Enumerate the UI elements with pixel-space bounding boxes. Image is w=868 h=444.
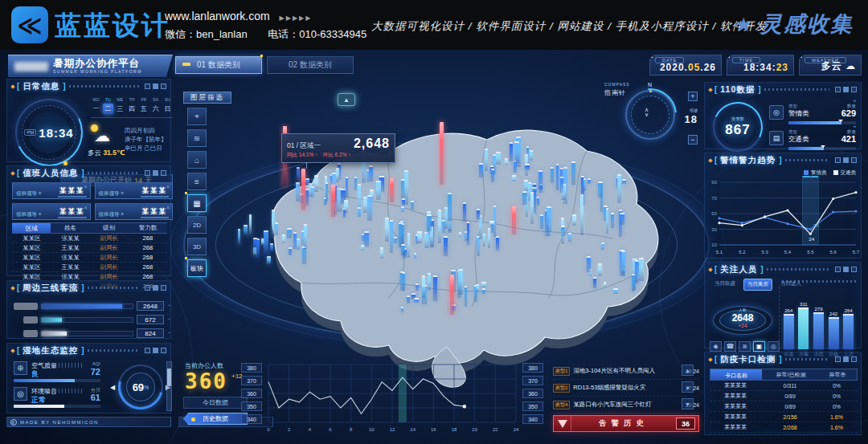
week-day[interactable]: WE三 xyxy=(115,97,125,114)
inspiration-collect[interactable]: ★灵感收集 xyxy=(735,10,854,39)
week-day[interactable]: SA六 xyxy=(150,97,161,114)
minimize-icon[interactable] xyxy=(145,170,150,176)
map-bar xyxy=(380,247,383,259)
map-marker-icon[interactable]: ▴ xyxy=(338,93,355,106)
expand-icon[interactable] xyxy=(161,170,166,176)
zoom-label: 缩放 xyxy=(690,108,698,112)
expand-icon[interactable] xyxy=(161,285,166,291)
week-day[interactable]: TU二 xyxy=(103,97,113,114)
table-row[interactable]: 某某某某2/1561.6% xyxy=(710,412,858,422)
alert-row[interactable]: 类型4某路口有小汽车连闯三个红灯19:24 xyxy=(553,397,699,413)
minimize-icon[interactable] xyxy=(835,87,841,92)
map-bar xyxy=(479,163,483,177)
scroll-thumb-icon[interactable]: ● xyxy=(682,381,694,393)
layer-button-板块[interactable]: 板块 xyxy=(187,259,207,277)
layer-button-2D[interactable]: 2D xyxy=(187,216,207,234)
today-data-button[interactable]: 今日数据 xyxy=(183,397,248,409)
week-day[interactable]: FR五 xyxy=(138,97,149,114)
column-header[interactable]: 姓名 xyxy=(51,224,89,232)
vehicle-icon[interactable]: ◈ xyxy=(710,341,722,352)
minimize-icon[interactable] xyxy=(145,84,150,89)
y-tick-box: 360 xyxy=(522,389,543,398)
window-icon[interactable] xyxy=(843,87,849,92)
scroll-up-icon[interactable]: ▲ xyxy=(682,365,694,376)
table-row[interactable]: 某某区王某某副局长268 xyxy=(12,243,167,253)
map-bar xyxy=(479,215,482,239)
table-row[interactable]: 某某区张某某副局长268 xyxy=(12,253,167,263)
history-data-button[interactable]: 历史数据 xyxy=(183,413,248,425)
table-row[interactable]: 某某某某0/890% xyxy=(710,401,858,412)
building-layer-icon[interactable]: ⌂ xyxy=(187,151,207,169)
minimize-icon[interactable] xyxy=(145,348,150,353)
panel-eco-monitor: [湿地生态监控] ❊ 空气质量 良 AQI 72 ◎ 环境噪音 正常 分贝 61… xyxy=(6,343,171,413)
focus-tab[interactable]: 当日轨迹 xyxy=(711,279,739,291)
expand-icon[interactable] xyxy=(161,348,166,353)
focus-tab[interactable]: 当日离所 xyxy=(743,279,772,291)
tab-data-category-2[interactable]: 02 数据类别 xyxy=(267,56,354,74)
compass-label-en: COMPASS xyxy=(604,82,630,87)
table-row[interactable]: 某某某某0/890% xyxy=(710,391,858,401)
tab-data-category-1[interactable]: 01 数据类别 xyxy=(175,56,262,74)
svg-text:22: 22 xyxy=(493,427,498,432)
week-day[interactable]: MO一 xyxy=(91,97,101,114)
alert-row[interactable]: 类型1湿地3-104片区有不明人员闯入19:24 xyxy=(553,363,699,380)
minimize-icon[interactable] xyxy=(835,157,841,163)
panel-police-trend: [警情警力趋势] 警情类交通类 9070503010∨30245.15.25.3… xyxy=(704,153,862,259)
expand-icon[interactable] xyxy=(851,157,857,163)
alert-row[interactable]: 类型2RD13-53烟感报警疑似火灾17:24 xyxy=(553,380,699,397)
gauge-left-arrow[interactable]: ◀ xyxy=(110,384,115,391)
chart-layer-icon[interactable]: ▦ xyxy=(187,194,207,212)
expand-icon[interactable] xyxy=(161,84,166,89)
svg-text:90: 90 xyxy=(711,180,717,185)
window-icon[interactable] xyxy=(843,157,849,163)
window-icon[interactable] xyxy=(843,267,849,272)
week-day[interactable]: TH四 xyxy=(126,97,137,114)
table-row[interactable]: 某某某某0/3110% xyxy=(710,381,858,391)
list-layer-icon[interactable]: ≡ xyxy=(187,173,207,190)
column-header[interactable]: 卡口名称 xyxy=(710,369,762,380)
alert-history-bar[interactable]: 告警历史 36 xyxy=(553,415,699,432)
expand-icon[interactable] xyxy=(851,267,857,272)
person-icon[interactable]: ▣ xyxy=(753,341,765,352)
signal-layer-icon[interactable]: ≋ xyxy=(187,129,207,147)
eco-slider[interactable] xyxy=(166,361,172,411)
panel-title: 值班人员信息 xyxy=(23,168,78,179)
column-header[interactable]: 级别 xyxy=(90,224,129,232)
window-icon[interactable] xyxy=(153,348,158,353)
week-day[interactable]: SU日 xyxy=(162,97,173,114)
map-bar xyxy=(296,182,300,202)
column-header[interactable]: 警力数 xyxy=(129,224,167,232)
phone-icon[interactable]: ☎ xyxy=(724,341,736,352)
website-url[interactable]: www.lanlanwork.com xyxy=(165,10,270,22)
window-icon[interactable] xyxy=(153,84,158,89)
minimize-icon[interactable] xyxy=(835,267,841,272)
table-row[interactable]: 某某区王某某副局长268 xyxy=(12,263,167,272)
map-bar xyxy=(444,236,448,256)
map-bar xyxy=(572,214,576,226)
window-icon[interactable] xyxy=(843,356,849,362)
noise-value: 61 xyxy=(91,393,100,402)
minimize-icon[interactable] xyxy=(835,356,841,362)
zoom-out-button[interactable]: − xyxy=(688,135,698,145)
column-header[interactable]: 异常/已检测 xyxy=(762,371,820,379)
minimize-icon[interactable] xyxy=(145,285,150,291)
column-header[interactable]: 异常率 xyxy=(820,371,855,379)
window-icon[interactable] xyxy=(153,170,158,176)
eye-icon[interactable]: ◎ xyxy=(768,341,780,352)
phone-text: 电话：010-63334945 xyxy=(268,28,366,40)
layer-button-3D[interactable]: 3D xyxy=(187,238,207,255)
expand-icon[interactable] xyxy=(851,356,857,362)
map-bar xyxy=(407,295,410,303)
table-row[interactable]: 某某某某2/2681.6% xyxy=(710,422,858,433)
scroll-down-icon[interactable]: ▼ xyxy=(682,398,694,409)
compass-ring[interactable] xyxy=(625,90,675,140)
window-icon[interactable] xyxy=(153,285,158,291)
zoom-in-button[interactable]: + xyxy=(688,92,698,101)
flow-value: 824 xyxy=(137,328,164,338)
expand-icon[interactable] xyxy=(851,87,857,92)
air-quality-value: 72 xyxy=(91,367,100,377)
column-header[interactable]: 区域 xyxy=(12,223,51,233)
table-row[interactable]: 某某区张某某副局长268 xyxy=(12,234,167,243)
network-icon[interactable]: ≋ xyxy=(739,341,751,352)
camera-layer-icon[interactable]: ⌖ xyxy=(187,108,207,125)
